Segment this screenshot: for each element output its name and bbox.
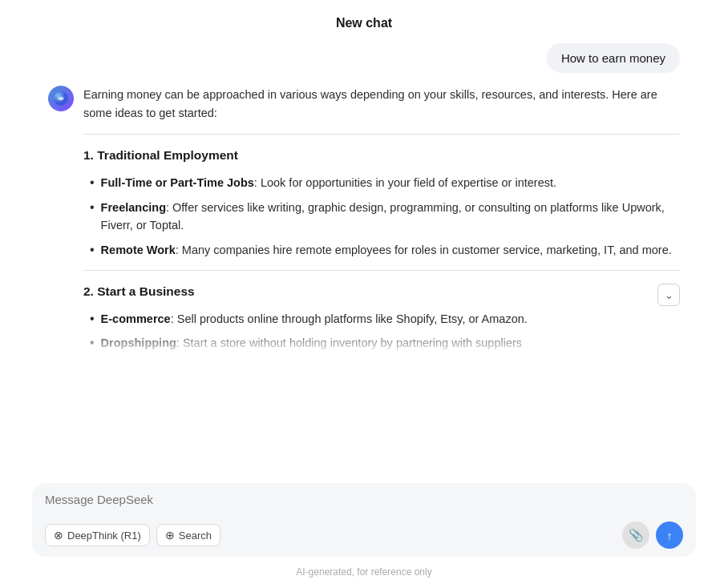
bullet-2-1: E-commerce: Sell products online through… [90, 310, 680, 328]
section-2-heading: ⌄ 2. Start a Business [83, 282, 680, 302]
bullet-1-3: Remote Work: Many companies hire remote … [90, 241, 680, 259]
collapse-button[interactable]: ⌄ [657, 284, 680, 306]
user-message-row: How to earn money [48, 40, 680, 73]
ai-content-body: Earning money can be approached in vario… [83, 86, 680, 352]
bullet-1-2-text: : Offer services like writing, graphic d… [101, 201, 665, 232]
user-message-text: How to earn money [561, 51, 665, 65]
section-2-num: 2. [83, 284, 97, 298]
header-title: New chat [336, 16, 392, 30]
bullet-1-3-text: : Many companies hire remote employees f… [176, 244, 672, 256]
page-title: New chat [0, 0, 728, 40]
send-button[interactable]: ↑ [656, 522, 683, 549]
section-2-bullets: E-commerce: Sell products online through… [83, 310, 680, 352]
bullet-2-2-text: : Start a store without holding inventor… [176, 336, 522, 349]
divider-1 [83, 134, 680, 135]
bullet-1-1: Full-Time or Part-Time Jobs: Look for op… [90, 174, 680, 191]
input-toolbar: ⊗ DeepThink (R1) ⊕ Search 📎 ↑ [45, 522, 683, 549]
section-2-title: Start a Business [97, 284, 194, 298]
section-1: 1. Traditional Employment Full-Time or P… [83, 146, 680, 259]
send-icon: ↑ [666, 529, 673, 542]
toolbar-right: 📎 ↑ [622, 522, 683, 549]
search-label: Search [179, 530, 212, 542]
section-1-bullets: Full-Time or Part-Time Jobs: Look for op… [83, 174, 680, 259]
ai-intro: Earning money can be approached in vario… [83, 86, 680, 123]
bullet-2-1-text: : Sell products online through platforms… [171, 312, 528, 325]
bullet-2-2: Dropshipping: Start a store without hold… [90, 334, 680, 352]
bullet-1-2: Freelancing: Offer services like writing… [90, 199, 680, 235]
attachment-button[interactable]: 📎 [622, 522, 649, 549]
section-2: ⌄ 2. Start a Business E-commerce: Sell p… [83, 282, 680, 352]
bullet-1-3-term: Remote Work [101, 244, 176, 256]
deepthink-button[interactable]: ⊗ DeepThink (R1) [45, 524, 150, 546]
divider-2 [83, 270, 680, 271]
ai-avatar [48, 86, 74, 111]
bullet-1-1-term: Full-Time or Part-Time Jobs [101, 176, 254, 189]
paperclip-icon: 📎 [629, 528, 644, 542]
bullet-1-1-text: : Look for opportunities in your field o… [254, 176, 556, 189]
footer-note-text: AI-generated, for reference only [296, 566, 431, 578]
bullet-2-1-term: E-commerce [101, 312, 171, 325]
search-button[interactable]: ⊕ Search [156, 524, 220, 546]
search-icon: ⊕ [165, 529, 175, 542]
input-container: ⊗ DeepThink (R1) ⊕ Search 📎 ↑ [32, 483, 696, 557]
section-1-num: 1. [83, 148, 97, 162]
bullet-2-2-term: Dropshipping [101, 336, 176, 349]
footer-note: AI-generated, for reference only [0, 566, 728, 584]
deepthink-label: DeepThink (R1) [67, 530, 141, 542]
section-1-heading: 1. Traditional Employment [83, 146, 680, 166]
chat-area: How to earn money Earning money can be a… [0, 40, 728, 477]
message-input[interactable] [45, 493, 683, 512]
ai-response: Earning money can be approached in vario… [48, 86, 680, 352]
section-1-title: Traditional Employment [97, 148, 238, 162]
bullet-1-2-term: Freelancing [101, 201, 166, 214]
deepthink-icon: ⊗ [54, 529, 63, 542]
user-bubble: How to earn money [547, 43, 680, 73]
